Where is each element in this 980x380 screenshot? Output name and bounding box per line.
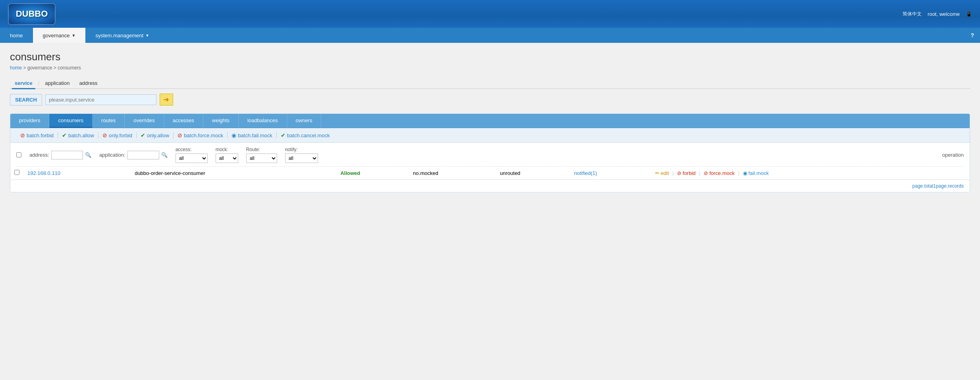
address-filter-label: address:: [29, 152, 49, 158]
row-notify-link[interactable]: notified(1): [574, 170, 597, 176]
op-divider-2: |: [699, 170, 700, 176]
batch-force-mock-label: batch.force.mock: [184, 132, 223, 138]
page-title: consumers: [10, 51, 970, 63]
language-switcher[interactable]: 简体中文: [903, 11, 922, 17]
nav-home[interactable]: home: [0, 28, 33, 43]
panel-tab-overrides[interactable]: overrides: [125, 114, 164, 128]
pagination-info: page.total1page.records: [912, 183, 964, 189]
panel-tab-providers[interactable]: providers: [10, 114, 49, 128]
row-mock-value: no.mocked: [413, 170, 438, 176]
search-button[interactable]: ➜: [160, 94, 173, 106]
access-filter-group: access: all allowed forbidden: [176, 147, 208, 163]
batch-forbid-action[interactable]: ⊘ batch.forbid: [16, 132, 58, 138]
route-filter-group: Route: all routed unrouted: [246, 147, 277, 163]
nav-governance[interactable]: governance ▼: [33, 28, 86, 43]
batch-allow-icon: ✔: [62, 132, 67, 138]
batch-force-mock-icon: ⊘: [177, 132, 182, 138]
panel-tab-accesses[interactable]: accesses: [164, 114, 203, 128]
batch-forbid-label: batch.forbid: [27, 132, 54, 138]
route-filter-select[interactable]: all routed unrouted: [246, 154, 277, 163]
content-area: consumers home > governance > consumers …: [0, 43, 980, 200]
search-input[interactable]: [45, 94, 156, 105]
op-divider-3: |: [738, 170, 739, 176]
batch-fail-mock-icon: ◉: [231, 132, 236, 138]
row-checkbox[interactable]: [14, 170, 19, 175]
nav-help[interactable]: ?: [965, 28, 980, 43]
nav-bar: home governance ▼ system.management ▼ ?: [0, 28, 980, 43]
main-panel: providers consumers routes overrides acc…: [10, 113, 970, 192]
row-access-cell: Allowed: [336, 167, 409, 180]
panel-tab-weights[interactable]: weights: [203, 114, 239, 128]
search-label: SEARCH: [10, 94, 42, 106]
header-right: 简体中文 root, welcome 📱: [903, 11, 972, 17]
row-fail-mock-op[interactable]: ◉ fail.mock: [743, 170, 769, 176]
panel-tab-owners[interactable]: owners: [287, 114, 322, 128]
route-filter-label: Route:: [246, 147, 277, 152]
access-filter-select[interactable]: all allowed forbidden: [176, 154, 208, 163]
row-route-cell: unrouted: [496, 167, 570, 180]
force-mock-label: force.mock: [709, 170, 735, 176]
row-forbid-op[interactable]: ⊘ forbid: [677, 170, 696, 176]
select-all-checkbox[interactable]: [16, 152, 21, 157]
address-filter-input[interactable]: [51, 151, 83, 159]
row-notify-cell: notified(1): [570, 167, 651, 180]
fail-mock-icon: ◉: [743, 170, 747, 176]
tab-service[interactable]: service: [10, 78, 37, 88]
tab-divider-1: |: [37, 80, 40, 86]
search-bar: SEARCH ➜: [10, 94, 970, 106]
application-filter-label: application:: [99, 152, 125, 158]
breadcrumb-governance: governance: [27, 65, 52, 71]
only-forbid-action[interactable]: ⊘ only.forbid: [98, 132, 137, 138]
user-info: root, welcome: [928, 11, 960, 17]
mock-filter-select[interactable]: all force fail none: [216, 154, 238, 163]
batch-fail-mock-action[interactable]: ◉ batch.fail.mock: [228, 132, 277, 138]
forbid-label: forbid: [683, 170, 696, 176]
force-mock-icon: ⊘: [704, 170, 708, 176]
batch-force-mock-action[interactable]: ⊘ batch.force.mock: [174, 132, 228, 138]
operation-header-label: operation: [942, 152, 964, 158]
user-icon: 📱: [966, 11, 972, 17]
filter-row: address: 🔍 application: 🔍 access: all: [16, 147, 964, 167]
breadcrumb-current: consumers: [58, 65, 81, 71]
breadcrumb-home[interactable]: home: [10, 65, 22, 71]
batch-cancel-mock-label: batch.cancel.mock: [287, 132, 330, 138]
breadcrumb-sep2: >: [54, 65, 58, 71]
sub-tabs: service | application address: [10, 78, 970, 89]
table-container: address: 🔍 application: 🔍 access: all: [10, 143, 970, 180]
batch-cancel-mock-action[interactable]: ✔ batch.cancel.mock: [277, 132, 334, 138]
mock-filter-label: mock:: [216, 147, 238, 152]
logo-text: DUBBO: [8, 3, 56, 25]
row-checkbox-cell: [10, 167, 23, 180]
only-forbid-label: only.forbid: [109, 132, 132, 138]
table-row: 192.168.0.110 dubbo-order-service-consum…: [10, 167, 970, 180]
panel-tab-consumers[interactable]: consumers: [49, 114, 93, 128]
only-allow-label: only.allow: [147, 132, 169, 138]
op-divider-1: |: [672, 170, 673, 176]
notify-filter-label: notify:: [285, 147, 318, 152]
row-edit-op[interactable]: ✏ edit: [655, 170, 669, 176]
batch-forbid-icon: ⊘: [20, 132, 25, 138]
logo: DUBBO: [8, 3, 56, 25]
address-search-icon[interactable]: 🔍: [85, 152, 91, 158]
nav-system[interactable]: system.management ▼: [85, 28, 159, 43]
batch-actions: ⊘ batch.forbid ✔ batch.allow ⊘ only.forb…: [10, 128, 970, 143]
batch-allow-label: batch.allow: [68, 132, 94, 138]
panel-tabs: providers consumers routes overrides acc…: [10, 114, 970, 128]
tab-address[interactable]: address: [74, 78, 102, 88]
system-arrow: ▼: [145, 33, 149, 38]
notify-filter-select[interactable]: all notified unnotified: [285, 154, 318, 163]
only-allow-icon: ✔: [141, 132, 145, 138]
only-allow-action[interactable]: ✔ only.allow: [137, 132, 174, 138]
panel-tab-routes[interactable]: routes: [93, 114, 125, 128]
row-application-value: dubbo-order-service-consumer: [135, 170, 205, 176]
row-operations-cell: ✏ edit | ⊘ forbid | ⊘ force.mock: [651, 167, 970, 180]
batch-cancel-mock-icon: ✔: [281, 132, 286, 138]
application-search-icon[interactable]: 🔍: [161, 152, 168, 158]
panel-tab-loadbalances[interactable]: loadbalances: [239, 114, 287, 128]
batch-allow-action[interactable]: ✔ batch.allow: [58, 132, 98, 138]
row-address-link[interactable]: 192.168.0.110: [27, 170, 60, 176]
application-filter-input[interactable]: [127, 151, 159, 159]
data-table: 192.168.0.110 dubbo-order-service-consum…: [10, 167, 970, 180]
tab-application[interactable]: application: [40, 78, 74, 88]
row-force-mock-op[interactable]: ⊘ force.mock: [704, 170, 735, 176]
